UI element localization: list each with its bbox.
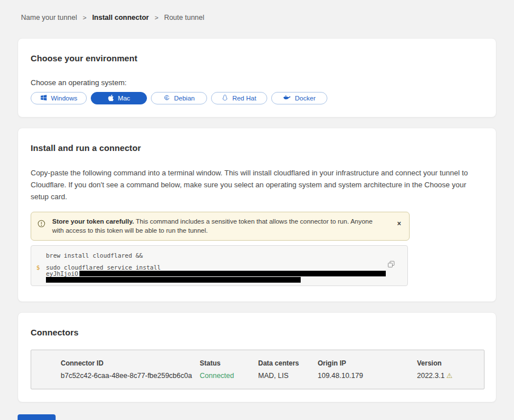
- col-header-status: Status: [200, 359, 258, 367]
- breadcrumb: Name your tunnel > Install connector > R…: [18, 0, 496, 22]
- col-header-version: Version: [417, 359, 484, 367]
- status-badge: Connected: [200, 372, 258, 380]
- apple-icon: [108, 94, 114, 103]
- environment-card-title: Choose your environment: [31, 53, 483, 63]
- os-button-label: Windows: [51, 95, 78, 102]
- os-button-docker[interactable]: Docker: [271, 92, 327, 104]
- os-button-label: Red Hat: [232, 95, 256, 102]
- os-button-label: Debian: [174, 95, 195, 102]
- os-button-windows[interactable]: Windows: [31, 92, 87, 104]
- install-description: Copy-paste the following command into a …: [31, 167, 483, 203]
- origin-ip-value: 109.48.10.179: [318, 372, 417, 380]
- next-button[interactable]: Next: [18, 414, 56, 420]
- docker-icon: [283, 94, 291, 102]
- redacted-token-bar: [46, 277, 301, 283]
- redhat-icon: [222, 94, 228, 103]
- os-button-label: Mac: [118, 95, 130, 102]
- windows-icon: [40, 94, 47, 102]
- version-value: 2022.3.1⚠: [417, 372, 484, 380]
- os-selector: Windows Mac Debian Red Hat Docker: [31, 92, 483, 104]
- info-icon: [37, 220, 45, 230]
- redacted-token-bar: [79, 271, 386, 276]
- breadcrumb-separator: >: [83, 14, 87, 21]
- col-header-connector-id: Connector ID: [61, 359, 200, 367]
- breadcrumb-route-tunnel[interactable]: Route tunnel: [164, 14, 204, 22]
- os-button-redhat[interactable]: Red Hat: [211, 92, 267, 104]
- connectors-table: Connector ID Status Data centers Origin …: [31, 350, 484, 389]
- os-button-label: Docker: [295, 95, 315, 102]
- copy-icon[interactable]: [387, 261, 395, 270]
- breadcrumb-install-connector[interactable]: Install connector: [92, 14, 149, 22]
- os-button-mac[interactable]: Mac: [91, 92, 147, 104]
- version-warning-icon: ⚠: [446, 372, 453, 380]
- environment-card: Choose your environment Choose an operat…: [18, 38, 496, 117]
- install-card-title: Install and run a connector: [31, 143, 483, 153]
- close-icon[interactable]: ×: [397, 220, 401, 227]
- install-card: Install and run a connector Copy-paste t…: [18, 128, 496, 302]
- connector-id-value: b7c52c42-6caa-48ee-8c77-fbe259cb6c0a: [61, 372, 200, 380]
- col-header-data-centers: Data centers: [258, 359, 318, 367]
- data-centers-value: MAD, LIS: [258, 372, 318, 380]
- install-command-code-block: brew install cloudflared && $ sudo cloud…: [31, 245, 408, 286]
- code-line-token: eyJhIjoiO: [46, 271, 398, 277]
- connectors-card: Connectors Connector ID Status Data cent…: [18, 312, 496, 402]
- code-line-2: $ sudo cloudflared service install: [46, 264, 398, 271]
- debian-icon: [163, 94, 170, 102]
- code-line-1: brew install cloudflared &&: [46, 253, 398, 259]
- os-label: Choose an operating system:: [31, 78, 483, 87]
- breadcrumb-name-your-tunnel[interactable]: Name your tunnel: [21, 14, 77, 22]
- shell-prompt: $: [36, 264, 40, 271]
- connectors-card-title: Connectors: [31, 327, 483, 337]
- token-warning-banner: Store your token carefully. This command…: [31, 212, 410, 241]
- col-header-origin-ip: Origin IP: [318, 359, 417, 367]
- breadcrumb-separator: >: [154, 14, 158, 21]
- code-line-token-2: [46, 277, 398, 283]
- os-button-debian[interactable]: Debian: [151, 92, 207, 104]
- warning-title: Store your token carefully.: [52, 218, 134, 225]
- page: Name your tunnel > Install connector > R…: [0, 0, 514, 420]
